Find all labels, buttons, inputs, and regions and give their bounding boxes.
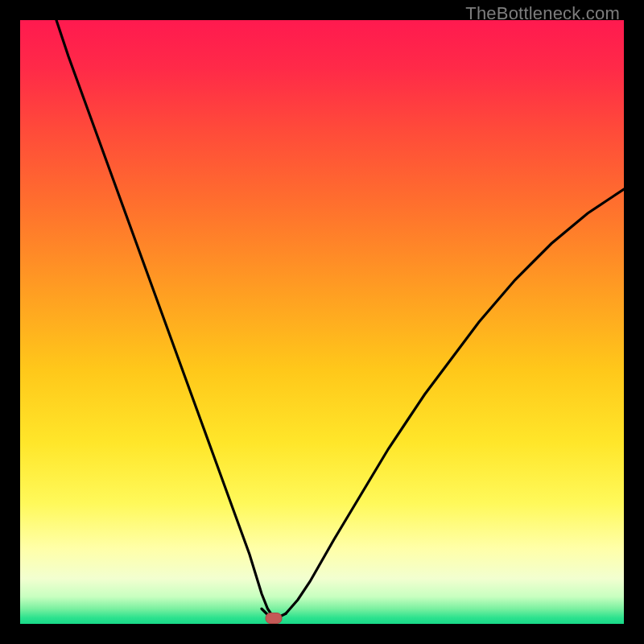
- gradient-rect: [20, 20, 624, 624]
- bottleneck-chart: [20, 20, 624, 624]
- watermark-text: TheBottleneck.com: [465, 3, 620, 24]
- chart-frame: [20, 20, 624, 624]
- valley-marker: [266, 613, 282, 624]
